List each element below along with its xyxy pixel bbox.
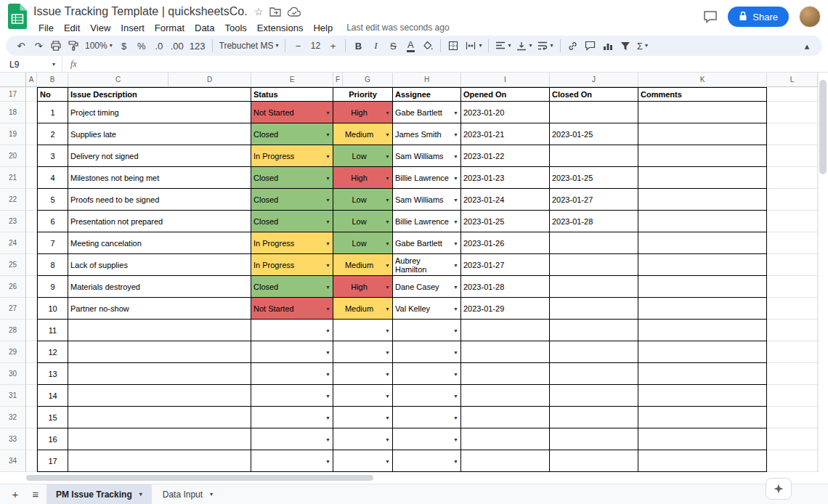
cell-no[interactable]: 2 bbox=[37, 123, 68, 145]
menu-file[interactable]: File bbox=[33, 22, 59, 34]
comment-history-button[interactable] bbox=[703, 10, 718, 23]
column-header-E[interactable]: E bbox=[251, 73, 333, 87]
paint-format-button[interactable] bbox=[65, 38, 81, 54]
cell-opened-on[interactable]: 2023-01-27 bbox=[461, 254, 550, 276]
cell-status[interactable]: In Progress▼ bbox=[251, 145, 333, 167]
cell[interactable] bbox=[767, 167, 818, 189]
vertical-scrollbar-thumb[interactable] bbox=[819, 80, 827, 174]
dropdown-icon[interactable]: ▼ bbox=[453, 262, 458, 267]
column-header-C[interactable]: C bbox=[68, 73, 169, 87]
add-sheet-button[interactable]: + bbox=[6, 486, 25, 503]
dropdown-icon[interactable]: ▼ bbox=[453, 306, 458, 311]
cell-closed-on[interactable] bbox=[550, 428, 638, 450]
dropdown-icon[interactable]: ▼ bbox=[385, 262, 390, 267]
cell-assignee[interactable]: Sam Williams▼ bbox=[393, 145, 461, 167]
dropdown-icon[interactable]: ▼ bbox=[385, 415, 390, 420]
insert-link-button[interactable] bbox=[565, 38, 581, 54]
row-header-19[interactable]: 19 bbox=[0, 123, 26, 145]
menu-view[interactable]: View bbox=[85, 22, 115, 34]
cell-issue[interactable]: Milestones not being met bbox=[68, 167, 251, 189]
cell-issue[interactable]: Delivery not signed bbox=[68, 145, 251, 167]
dropdown-icon[interactable]: ▼ bbox=[325, 110, 330, 115]
cell-closed-on[interactable] bbox=[550, 341, 638, 363]
avatar[interactable] bbox=[799, 6, 821, 28]
menu-format[interactable]: Format bbox=[150, 22, 190, 34]
print-button[interactable] bbox=[48, 38, 64, 54]
cell-priority[interactable]: High▼ bbox=[333, 276, 393, 298]
horizontal-scrollbar-thumb[interactable] bbox=[26, 475, 373, 481]
cell-comments[interactable] bbox=[638, 341, 767, 363]
cell-issue[interactable] bbox=[68, 320, 251, 341]
cell[interactable] bbox=[26, 87, 37, 102]
table-header-priority[interactable]: Priority bbox=[333, 87, 393, 102]
functions-button[interactable]: Σ ▾ bbox=[635, 38, 651, 54]
row-header-21[interactable]: 21 bbox=[0, 167, 26, 189]
cell-no[interactable]: 11 bbox=[37, 320, 68, 341]
dropdown-icon[interactable]: ▼ bbox=[453, 197, 458, 202]
cell-priority[interactable]: Low▼ bbox=[333, 211, 393, 232]
cell-comments[interactable] bbox=[638, 407, 767, 428]
cell-status[interactable]: Closed▼ bbox=[251, 123, 333, 145]
cell[interactable] bbox=[26, 145, 37, 167]
last-edit-status[interactable]: Last edit was seconds ago bbox=[346, 23, 449, 33]
cell-no[interactable]: 5 bbox=[37, 189, 68, 211]
cell-priority[interactable]: ▼ bbox=[333, 428, 393, 450]
dropdown-icon[interactable]: ▼ bbox=[385, 284, 390, 289]
cell[interactable] bbox=[767, 102, 818, 123]
cell-assignee[interactable]: Billie Lawrence▼ bbox=[393, 167, 461, 189]
cell-assignee[interactable]: ▼ bbox=[393, 341, 461, 363]
dropdown-icon[interactable]: ▼ bbox=[325, 415, 330, 420]
menu-extensions[interactable]: Extensions bbox=[252, 22, 309, 34]
dropdown-icon[interactable]: ▼ bbox=[453, 153, 458, 158]
share-button[interactable]: Share bbox=[728, 7, 789, 27]
cell-issue[interactable]: Proofs need to be signed bbox=[68, 189, 251, 211]
cell-assignee[interactable]: ▼ bbox=[393, 320, 461, 341]
menu-insert[interactable]: Insert bbox=[115, 22, 150, 34]
row-header-26[interactable]: 26 bbox=[0, 276, 26, 298]
row-header-34[interactable]: 34 bbox=[0, 450, 26, 472]
cell[interactable] bbox=[767, 232, 818, 254]
cell-no[interactable]: 1 bbox=[37, 102, 68, 123]
row-header-17[interactable]: 17 bbox=[0, 87, 26, 102]
cell-issue[interactable]: Materials destroyed bbox=[68, 276, 251, 298]
cell-no[interactable]: 8 bbox=[37, 254, 68, 276]
row-header-18[interactable]: 18 bbox=[0, 102, 26, 123]
cell-priority[interactable]: Medium▼ bbox=[333, 123, 393, 145]
cell-comments[interactable] bbox=[638, 363, 767, 385]
cell-closed-on[interactable] bbox=[550, 102, 638, 123]
cell-closed-on[interactable] bbox=[550, 407, 638, 428]
cell-closed-on[interactable] bbox=[550, 145, 638, 167]
increase-decimal-button[interactable]: .00 bbox=[169, 38, 186, 54]
cell-no[interactable]: 13 bbox=[37, 363, 68, 385]
cell-opened-on[interactable] bbox=[461, 385, 550, 407]
cell-priority[interactable]: Low▼ bbox=[333, 189, 393, 211]
formula-input[interactable] bbox=[85, 57, 828, 72]
cell-issue[interactable]: Supplies late bbox=[68, 123, 251, 145]
italic-button[interactable]: I bbox=[368, 38, 383, 54]
cell-no[interactable]: 10 bbox=[37, 298, 68, 320]
column-header-L[interactable]: L bbox=[767, 73, 818, 87]
cell-closed-on[interactable] bbox=[550, 276, 638, 298]
table-header-no[interactable]: No bbox=[37, 87, 68, 102]
zoom-dropdown[interactable]: 100% ▾ bbox=[83, 38, 115, 54]
dropdown-icon[interactable]: ▼ bbox=[325, 306, 330, 311]
row-header-29[interactable]: 29 bbox=[0, 341, 26, 363]
cell[interactable] bbox=[26, 189, 37, 211]
dropdown-icon[interactable]: ▼ bbox=[325, 284, 330, 289]
cell[interactable] bbox=[26, 276, 37, 298]
document-title[interactable]: Issue Tracking Template | quicksheetsCo. bbox=[33, 5, 248, 18]
cell-opened-on[interactable]: 2023-01-24 bbox=[461, 189, 550, 211]
column-header-G[interactable]: G bbox=[343, 73, 393, 87]
cell-comments[interactable] bbox=[638, 276, 767, 298]
dropdown-icon[interactable]: ▼ bbox=[385, 458, 390, 463]
cloud-save-status-icon[interactable] bbox=[288, 7, 301, 17]
cell-issue[interactable]: Partner no-show bbox=[68, 298, 251, 320]
cell-priority[interactable]: ▼ bbox=[333, 450, 393, 472]
cell-issue[interactable]: Lack of supplies bbox=[68, 254, 251, 276]
cell-assignee[interactable]: ▼ bbox=[393, 363, 461, 385]
row-header-31[interactable]: 31 bbox=[0, 385, 26, 407]
cell-assignee[interactable]: Billie Lawrence▼ bbox=[393, 211, 461, 232]
cell-comments[interactable] bbox=[638, 102, 767, 123]
cell-comments[interactable] bbox=[638, 385, 767, 407]
row-header-30[interactable]: 30 bbox=[0, 363, 26, 385]
